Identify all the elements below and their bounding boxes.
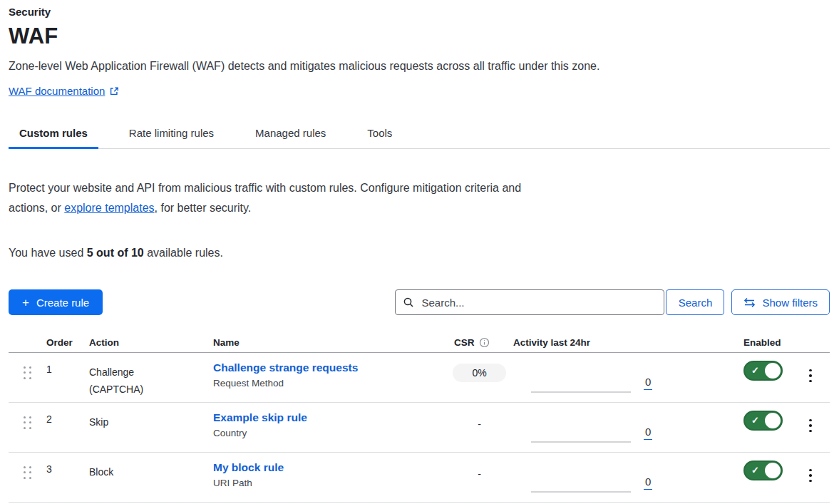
- csr-cell: -: [446, 453, 513, 502]
- check-icon: ✓: [751, 415, 759, 426]
- usage-suffix: available rules.: [144, 247, 223, 259]
- drag-handle-icon[interactable]: [24, 366, 31, 379]
- activity-cell: 0: [513, 403, 666, 452]
- enabled-toggle[interactable]: ✓: [743, 411, 783, 431]
- plus-icon: +: [22, 297, 29, 309]
- page-title: WAF: [9, 24, 830, 49]
- order-cell: 1: [46, 353, 89, 402]
- search-input[interactable]: [395, 289, 664, 315]
- kebab-menu-icon[interactable]: [803, 416, 818, 435]
- csr-cell: 0%: [446, 353, 513, 402]
- rule-field: Request Method: [213, 378, 446, 389]
- search-icon: [403, 297, 414, 311]
- rule-name-link[interactable]: My block rule: [213, 461, 284, 473]
- toggle-knob: [765, 463, 781, 478]
- activity-cell: 0: [513, 453, 666, 502]
- intro-text: Protect your website and API from malici…: [9, 178, 537, 218]
- usage-count: 5 out of 10: [87, 247, 144, 259]
- name-cell: My block rule URI Path: [213, 453, 446, 502]
- external-link-icon: [109, 86, 119, 96]
- intro-after: , for better security.: [155, 202, 252, 214]
- header-csr-label: CSR: [454, 337, 475, 348]
- table-row: 3 Block My block rule URI Path - 0 ✓: [9, 453, 830, 503]
- rule-name-link[interactable]: Example skip rule: [213, 411, 307, 423]
- table-header-row: Order Action Name CSR Activity last 24hr…: [9, 333, 830, 353]
- table-row: 2 Skip Example skip rule Country - 0 ✓: [9, 403, 830, 453]
- menu-cell: [791, 353, 830, 402]
- kebab-menu-icon[interactable]: [803, 466, 818, 485]
- tab-tools[interactable]: Tools: [356, 121, 403, 148]
- create-rule-button[interactable]: + Create rule: [9, 289, 103, 315]
- menu-cell: [791, 453, 830, 502]
- explore-templates-link[interactable]: explore templates: [64, 202, 154, 214]
- page-description: Zone-level Web Application Firewall (WAF…: [9, 60, 830, 73]
- activity-sparkline: [531, 391, 631, 393]
- create-rule-label: Create rule: [36, 297, 89, 309]
- tab-managed-rules[interactable]: Managed rules: [245, 121, 336, 148]
- enabled-toggle[interactable]: ✓: [743, 461, 783, 480]
- drag-handle-cell: [9, 453, 46, 502]
- drag-handle-cell: [9, 353, 46, 402]
- show-filters-button[interactable]: Show filters: [731, 289, 830, 315]
- check-icon: ✓: [751, 465, 759, 475]
- header-action: Action: [89, 337, 213, 348]
- drag-handle-icon[interactable]: [24, 416, 31, 429]
- show-filters-label: Show filters: [762, 297, 818, 309]
- tab-bar: Custom rules Rate limiting rules Managed…: [9, 121, 830, 149]
- usage-text: You have used 5 out of 10 available rule…: [9, 247, 830, 259]
- check-icon: ✓: [751, 365, 759, 376]
- tab-rate-limiting-rules[interactable]: Rate limiting rules: [118, 121, 225, 148]
- drag-handle-cell: [9, 403, 46, 452]
- usage-prefix: You have used: [9, 247, 87, 259]
- menu-cell: [791, 403, 830, 452]
- search-group: Search Show filters: [395, 289, 830, 315]
- breadcrumb: Security: [9, 6, 830, 18]
- tab-custom-rules[interactable]: Custom rules: [9, 121, 98, 148]
- search-box: [395, 289, 664, 315]
- enabled-toggle[interactable]: ✓: [743, 361, 783, 381]
- waf-page: Security WAF Zone-level Web Application …: [0, 0, 839, 504]
- toggle-knob: [765, 363, 781, 379]
- info-icon[interactable]: [479, 337, 490, 348]
- csr-badge: 0%: [453, 364, 505, 382]
- activity-count-link[interactable]: 0: [644, 426, 652, 440]
- drag-handle-icon[interactable]: [24, 466, 31, 479]
- header-activity: Activity last 24hr: [513, 337, 666, 348]
- order-cell: 2: [46, 403, 89, 452]
- csr-cell: -: [446, 403, 513, 452]
- enabled-cell: ✓: [666, 403, 791, 452]
- toolbar: + Create rule Search: [9, 289, 830, 315]
- enabled-cell: ✓: [666, 353, 791, 402]
- name-cell: Example skip rule Country: [213, 403, 446, 452]
- order-cell: 3: [46, 453, 89, 502]
- rule-name-link[interactable]: Challenge strange requests: [213, 361, 358, 374]
- action-cell: Skip: [89, 403, 213, 452]
- table-row: 1 Challenge (CAPTCHA) Challenge strange …: [9, 353, 830, 403]
- activity-count-link[interactable]: 0: [644, 475, 652, 490]
- action-cell: Block: [89, 453, 213, 502]
- rules-table: Order Action Name CSR Activity last 24hr…: [9, 333, 830, 503]
- header-order: Order: [46, 337, 89, 348]
- rule-field: URI Path: [213, 478, 446, 488]
- action-cell: Challenge (CAPTCHA): [89, 353, 213, 402]
- enabled-cell: ✓: [666, 453, 791, 502]
- header-enabled: Enabled: [666, 337, 791, 348]
- activity-cell: 0: [513, 353, 666, 402]
- filters-arrows-icon: [743, 297, 756, 308]
- waf-documentation-label: WAF documentation: [9, 85, 105, 97]
- search-button[interactable]: Search: [666, 289, 724, 315]
- header-csr: CSR: [446, 337, 513, 348]
- rule-field: Country: [213, 428, 446, 438]
- activity-count-link[interactable]: 0: [644, 376, 652, 390]
- activity-sparkline: [531, 491, 631, 493]
- toggle-knob: [765, 413, 781, 428]
- name-cell: Challenge strange requests Request Metho…: [213, 353, 446, 402]
- waf-documentation-link[interactable]: WAF documentation: [9, 85, 119, 97]
- header-name: Name: [213, 337, 446, 348]
- kebab-menu-icon[interactable]: [803, 366, 818, 385]
- activity-sparkline: [531, 441, 631, 443]
